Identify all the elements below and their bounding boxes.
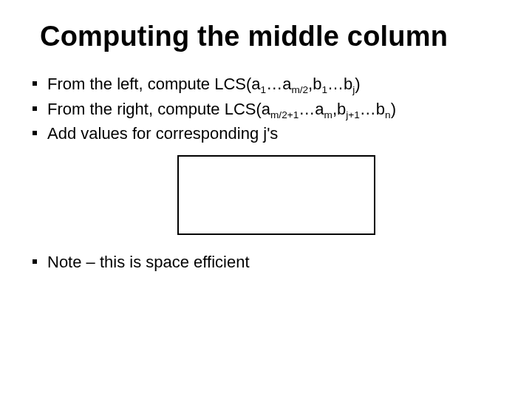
bullet-text-2: From the right, compute LCS(am/2+1…am,bj… <box>47 98 505 120</box>
slide: Computing the middle column From the lef… <box>0 0 532 399</box>
bullet-text-4: Note – this is space efficient <box>47 251 505 273</box>
slide-title: Computing the middle column <box>40 21 505 52</box>
bullet-item-3: Add values for corresponding j's <box>30 123 505 145</box>
bullet-item-1: From the left, compute LCS(a1…am/2,b1…bj… <box>30 73 505 95</box>
bullet-dot-icon <box>33 259 37 264</box>
bullet-item-2: From the right, compute LCS(am/2+1…am,bj… <box>30 98 505 120</box>
bullet-text-1: From the left, compute LCS(a1…am/2,b1…bj… <box>47 73 505 95</box>
bullet-list: From the left, compute LCS(a1…am/2,b1…bj… <box>30 73 505 145</box>
bullet-dot-icon <box>33 106 37 111</box>
bullet-dot-icon <box>33 131 37 135</box>
equation-box <box>177 155 375 235</box>
bullet-text-3: Add values for corresponding j's <box>47 123 505 145</box>
bullet-list-lower: Note – this is space efficient <box>30 251 505 273</box>
bullet-dot-icon <box>33 81 37 86</box>
bullet-item-4: Note – this is space efficient <box>30 251 505 273</box>
